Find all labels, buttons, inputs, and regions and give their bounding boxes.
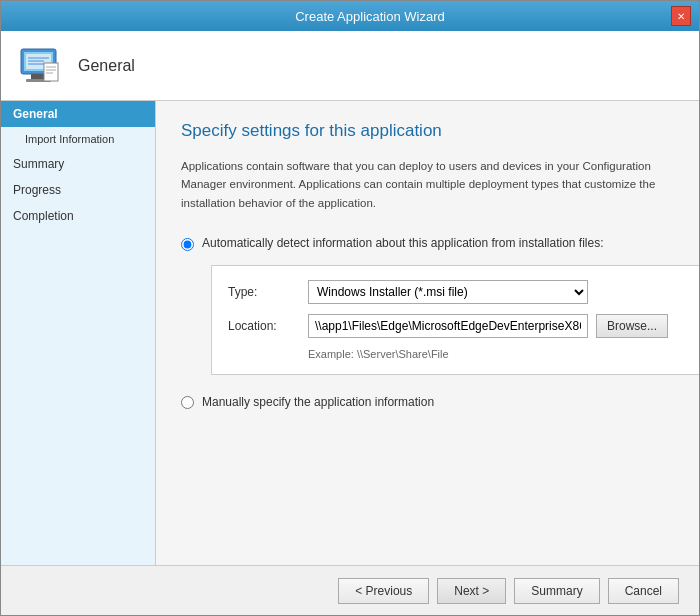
header-bar: General [1,31,699,101]
header-title: General [78,57,135,75]
cancel-button[interactable]: Cancel [608,578,679,604]
sidebar-item-completion[interactable]: Completion [1,203,155,229]
sidebar-item-general[interactable]: General [1,101,155,127]
window-title: Create Application Wizard [69,9,671,24]
location-label: Location: [228,319,308,333]
location-row: Location: Browse... [228,314,684,338]
svg-rect-8 [44,63,58,81]
application-window: Create Application Wizard ✕ [0,0,700,616]
type-row: Type: Windows Installer (*.msi file) Scr… [228,280,684,304]
manual-option: Manually specify the application informa… [181,395,674,409]
sidebar-item-import-information[interactable]: Import Information [1,127,155,151]
title-bar: Create Application Wizard ✕ [1,1,699,31]
auto-detect-option: Automatically detect information about t… [181,236,674,251]
sidebar: General Import Information Summary Progr… [1,101,156,565]
location-control-wrap: Browse... [308,314,684,338]
form-fields: Type: Windows Installer (*.msi file) Scr… [211,265,699,375]
type-select[interactable]: Windows Installer (*.msi file) Script In… [308,280,588,304]
title-bar-controls: ✕ [671,6,691,26]
footer: < Previous Next > Summary Cancel [1,565,699,615]
example-text: Example: \\Server\Share\File [308,348,684,360]
type-control-wrap: Windows Installer (*.msi file) Script In… [308,280,684,304]
summary-button[interactable]: Summary [514,578,599,604]
close-button[interactable]: ✕ [671,6,691,26]
next-button[interactable]: Next > [437,578,506,604]
manual-radio[interactable] [181,396,194,409]
type-label: Type: [228,285,308,299]
manual-label[interactable]: Manually specify the application informa… [202,395,434,409]
browse-button[interactable]: Browse... [596,314,668,338]
main-panel: Specify settings for this application Ap… [156,101,699,565]
content-area: General Import Information Summary Progr… [1,101,699,565]
prev-button[interactable]: < Previous [338,578,429,604]
radio-section: Automatically detect information about t… [181,236,674,375]
location-input[interactable] [308,314,588,338]
header-icon [16,41,66,91]
auto-detect-label[interactable]: Automatically detect information about t… [202,236,604,250]
page-heading: Specify settings for this application [181,121,674,141]
sidebar-item-progress[interactable]: Progress [1,177,155,203]
page-description: Applications contain software that you c… [181,157,674,212]
sidebar-item-summary[interactable]: Summary [1,151,155,177]
auto-detect-radio[interactable] [181,238,194,251]
